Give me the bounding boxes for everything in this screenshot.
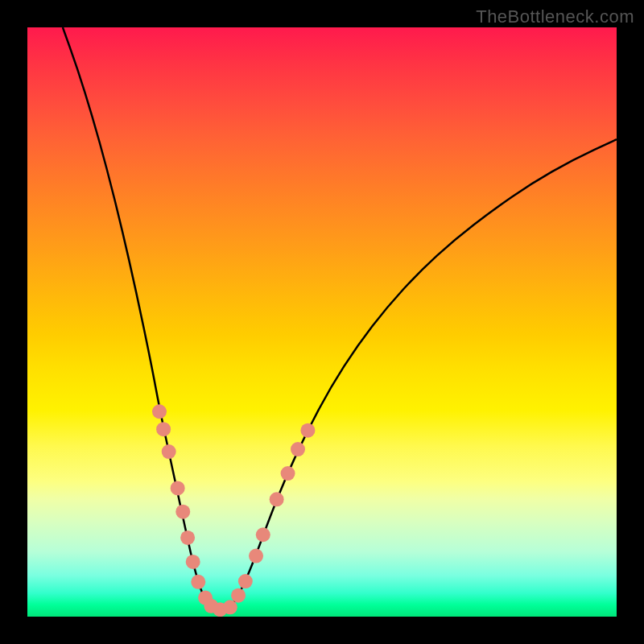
dot [231,588,246,603]
dot [175,505,190,519]
dot [256,527,270,542]
watermark-text: TheBottleneck.com [476,6,634,27]
dot [171,481,185,495]
dot [186,555,200,569]
dot [180,530,195,545]
dot [191,575,205,589]
dot [270,492,284,506]
dot [238,574,253,588]
dot [249,549,263,564]
dot [162,444,176,459]
highlight-dots [27,27,617,617]
dot [223,600,237,614]
dot [156,422,171,436]
dot [291,442,305,456]
dot [152,404,167,419]
dot [281,466,295,481]
plot-area [27,27,617,617]
dot [300,423,315,438]
